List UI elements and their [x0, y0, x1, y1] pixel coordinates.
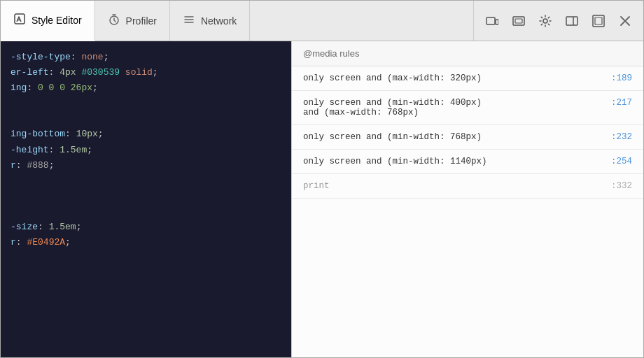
settings-button[interactable] — [533, 8, 558, 34]
close-button[interactable] — [612, 8, 638, 34]
svg-rect-2 — [486, 17, 495, 24]
code-line-6: ing-bottom: 10px; — [8, 127, 291, 142]
tab-network[interactable]: Network — [170, 1, 250, 41]
media-panel-title: @media rules — [303, 48, 359, 59]
responsive-button[interactable] — [479, 8, 505, 34]
media-line-num-3: :232 — [611, 132, 632, 142]
screenshot-button[interactable] — [506, 8, 531, 34]
media-line-num-5: :332 — [611, 181, 632, 191]
media-item-1[interactable]: only screen and (max-width: 320px) :189 — [292, 66, 643, 91]
svg-rect-5 — [515, 19, 522, 23]
media-query-text-4: only screen and (min-width: 1140px) — [303, 157, 603, 166]
code-line-11 — [8, 204, 291, 220]
tab-profiler-label: Profiler — [126, 15, 157, 27]
code-line-7: -height: 1.5em; — [8, 143, 291, 158]
code-panel[interactable]: -style-type: none; er-left: 4px #030539 … — [1, 41, 291, 357]
media-query-text-2b: and (max-width: 768px) — [303, 108, 603, 117]
code-line-5 — [8, 111, 291, 127]
tab-network-label: Network — [201, 15, 237, 27]
media-query-text-2a: only screen and (min-width: 400px) — [303, 98, 603, 108]
svg-rect-3 — [496, 20, 498, 24]
media-panel-header: @media rules — [292, 41, 643, 66]
code-line-12: -size: 1.5em; — [8, 220, 291, 235]
code-line-3: ing: 0 0 0 26px; — [8, 80, 291, 96]
media-line-num-4: :254 — [611, 157, 632, 166]
svg-rect-7 — [566, 17, 578, 25]
media-query-text-3: only screen and (min-width: 768px) — [303, 132, 603, 142]
media-line-num-1: :189 — [611, 73, 632, 83]
media-query-text-1: only screen and (max-width: 320px) — [303, 73, 603, 83]
toolbar: Style Editor Profiler Network — [1, 1, 643, 41]
dock-button[interactable] — [586, 8, 611, 34]
svg-rect-9 — [595, 17, 602, 24]
code-line-9 — [8, 173, 291, 189]
main-content: -style-type: none; er-left: 4px #030539 … — [1, 41, 643, 357]
pencil-icon — [13, 13, 26, 28]
sidebar-toggle-button[interactable] — [559, 8, 584, 34]
code-line-10 — [8, 189, 291, 204]
code-line-2: er-left: 4px #030539 solid; — [8, 65, 291, 80]
timer-icon — [108, 13, 120, 29]
media-query-text-5: print — [303, 181, 603, 191]
media-item-5[interactable]: print :332 — [292, 174, 643, 199]
tab-style-editor[interactable]: Style Editor — [1, 1, 95, 41]
media-panel: @media rules only screen and (max-width:… — [291, 41, 643, 357]
toolbar-spacer — [250, 1, 473, 41]
devtools-window: Style Editor Profiler Network — [0, 0, 644, 358]
tab-style-editor-label: Style Editor — [31, 15, 82, 26]
media-list[interactable]: only screen and (max-width: 320px) :189 … — [292, 66, 643, 357]
code-line-4 — [8, 96, 291, 111]
svg-point-6 — [543, 19, 547, 23]
code-line-13: r: #E0492A; — [8, 235, 291, 250]
toolbar-actions — [473, 1, 643, 41]
network-icon — [183, 13, 195, 29]
media-item-2[interactable]: only screen and (min-width: 400px) and (… — [292, 91, 643, 125]
code-line-1: -style-type: none; — [8, 50, 291, 65]
code-line-8: r: #888; — [8, 158, 291, 173]
media-item-3[interactable]: only screen and (min-width: 768px) :232 — [292, 125, 643, 150]
media-line-num-2: :217 — [611, 98, 632, 108]
media-item-4[interactable]: only screen and (min-width: 1140px) :254 — [292, 150, 643, 174]
tab-profiler[interactable]: Profiler — [95, 1, 170, 41]
